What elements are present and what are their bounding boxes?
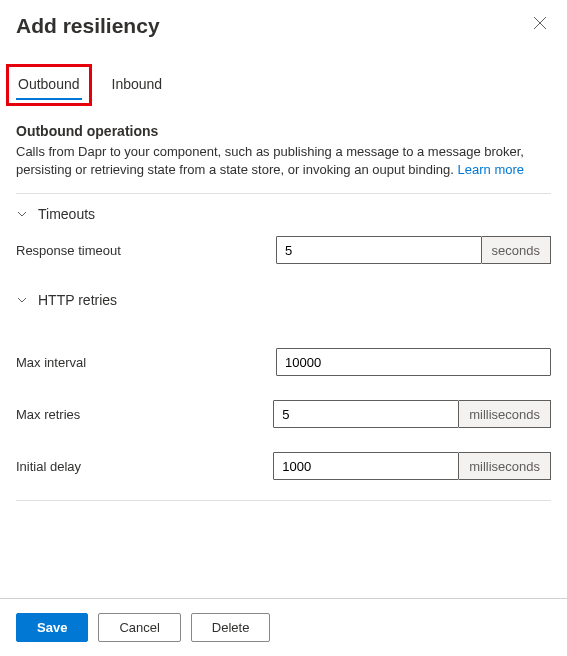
max-retries-unit: milliseconds <box>459 400 551 428</box>
cancel-button[interactable]: Cancel <box>98 613 180 642</box>
section-description-text: Calls from Dapr to your component, such … <box>16 144 524 177</box>
initial-delay-input[interactable] <box>273 452 459 480</box>
max-interval-label: Max interval <box>16 355 276 370</box>
section-description: Calls from Dapr to your component, such … <box>16 143 551 179</box>
page-title: Add resiliency <box>16 14 160 38</box>
tab-inbound[interactable]: Inbound <box>110 70 165 98</box>
timeouts-section-label: Timeouts <box>38 206 95 222</box>
close-icon[interactable] <box>529 14 551 32</box>
section-heading: Outbound operations <box>16 123 551 139</box>
max-retries-row: Max retries milliseconds <box>16 400 551 428</box>
save-button[interactable]: Save <box>16 613 88 642</box>
initial-delay-row: Initial delay milliseconds <box>16 452 551 480</box>
max-retries-input[interactable] <box>273 400 459 428</box>
max-interval-row: Max interval <box>16 348 551 376</box>
tab-outbound[interactable]: Outbound <box>16 70 82 98</box>
http-retries-section-label: HTTP retries <box>38 292 117 308</box>
max-interval-input[interactable] <box>276 348 551 376</box>
response-timeout-row: Response timeout seconds <box>16 236 551 264</box>
initial-delay-unit: milliseconds <box>459 452 551 480</box>
timeouts-section-header[interactable]: Timeouts <box>16 206 551 222</box>
response-timeout-label: Response timeout <box>16 243 276 258</box>
chevron-down-icon <box>16 208 28 220</box>
tab-outbound-label: Outbound <box>18 76 80 92</box>
max-retries-label: Max retries <box>16 407 273 422</box>
initial-delay-label: Initial delay <box>16 459 273 474</box>
chevron-down-icon <box>16 294 28 306</box>
response-timeout-unit: seconds <box>482 236 551 264</box>
delete-button[interactable]: Delete <box>191 613 271 642</box>
footer-bar: Save Cancel Delete <box>0 598 567 656</box>
tab-inbound-label: Inbound <box>112 76 163 92</box>
learn-more-link[interactable]: Learn more <box>458 162 524 177</box>
response-timeout-input[interactable] <box>276 236 482 264</box>
http-retries-section-header[interactable]: HTTP retries <box>16 292 551 308</box>
